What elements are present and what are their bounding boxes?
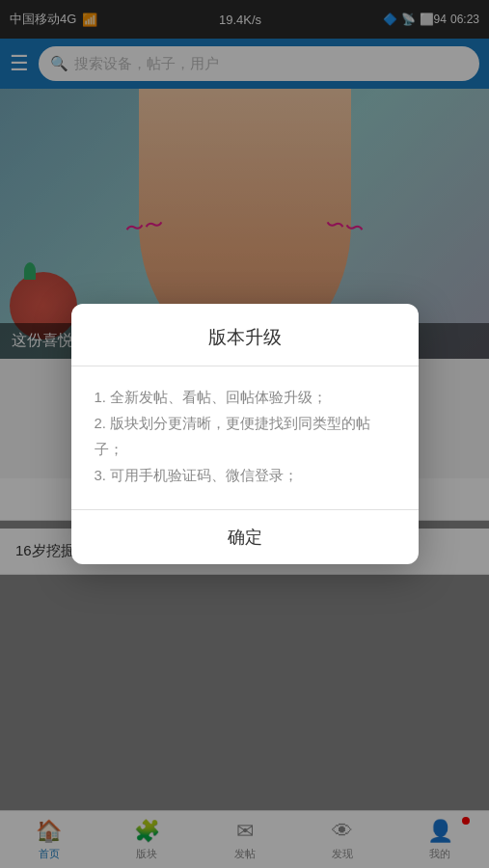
upgrade-modal: 版本升级 1. 全新发帖、看帖、回帖体验升级；2. 版块划分更清晰，更便捷找到同… bbox=[71, 304, 419, 564]
modal-overlay: 版本升级 1. 全新发帖、看帖、回帖体验升级；2. 版块划分更清晰，更便捷找到同… bbox=[0, 0, 489, 868]
modal-title: 版本升级 bbox=[71, 304, 419, 366]
modal-confirm-button[interactable]: 确定 bbox=[71, 510, 419, 564]
modal-body: 1. 全新发帖、看帖、回帖体验升级；2. 版块划分更清晰，更便捷找到同类型的帖子… bbox=[71, 366, 419, 509]
modal-body-text: 1. 全新发帖、看帖、回帖体验升级；2. 版块划分更清晰，更便捷找到同类型的帖子… bbox=[95, 389, 371, 483]
